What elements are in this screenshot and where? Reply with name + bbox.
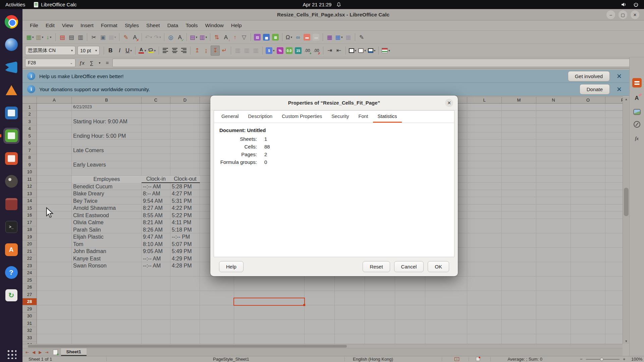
cell-B5[interactable]: Ending Hour: 5:00 PM <box>72 132 142 140</box>
open-button[interactable]: ▥▾ <box>35 32 45 42</box>
undo-button[interactable]: ↶▾ <box>144 32 153 42</box>
column-header-A[interactable]: A <box>37 97 72 104</box>
find-replace-button[interactable]: ◎ <box>166 32 175 42</box>
cell-D17[interactable]: 4:11 PM <box>170 219 200 226</box>
cell-B14[interactable]: Bey Twice <box>72 197 142 205</box>
row-header-28[interactable]: 28 <box>22 298 37 306</box>
row-header-6[interactable]: 6 <box>22 140 37 147</box>
row-header-20[interactable]: 20 <box>22 241 37 248</box>
borders-button[interactable]: ▾ <box>348 46 358 56</box>
increase-indent-button[interactable]: ⇥ <box>325 46 334 56</box>
zoom-out-icon[interactable]: − <box>580 357 583 362</box>
cell-B21[interactable]: John Badman <box>72 248 142 255</box>
cell-D14[interactable]: 5:31 PM <box>170 197 200 205</box>
wrap-text-button[interactable]: ↵ <box>220 46 229 56</box>
row-header-17[interactable]: 17 <box>22 219 37 226</box>
last-sheet-icon[interactable]: ⇥ <box>44 350 50 355</box>
headers-footers-button[interactable]: ▬ <box>312 32 321 42</box>
row-header-21[interactable]: 21 <box>22 248 37 255</box>
cell-B16[interactable]: Clint Eastwood <box>72 212 142 219</box>
page-style[interactable]: PageStyle_Sheet1 <box>213 357 249 362</box>
focused-app[interactable]: LibreOffice Calc <box>34 2 76 7</box>
column-header-N[interactable]: N <box>536 97 571 104</box>
menu-file[interactable]: File <box>26 21 42 29</box>
sort-button[interactable]: ⇅ <box>212 32 221 42</box>
center-vertically-button[interactable]: ↨ <box>202 46 211 56</box>
sidebar-gallery-icon[interactable] <box>633 109 641 115</box>
updater-icon[interactable]: ↻ <box>3 287 19 303</box>
ok-button[interactable]: OK <box>428 261 449 272</box>
vertical-scroll-thumb[interactable] <box>624 188 629 216</box>
row-header-33[interactable]: 33 <box>22 334 37 342</box>
number-button[interactable]: 0.0 <box>285 46 294 56</box>
cell-C15[interactable]: 8:27 AM <box>142 204 170 212</box>
previous-sheet-icon[interactable]: ◀ <box>31 350 36 355</box>
dialog-tab-statistics[interactable]: Statistics <box>373 111 402 123</box>
document-modified-icon[interactable] <box>476 357 480 361</box>
menu-insert[interactable]: Insert <box>77 21 97 29</box>
dialog-tab-security[interactable]: Security <box>327 111 354 123</box>
split-window-button[interactable]: ▦ <box>344 32 353 42</box>
cell-B7[interactable]: Late Comers <box>72 147 142 154</box>
cell-C16[interactable]: 8:55 AM <box>142 212 170 219</box>
selected-cell-outline[interactable] <box>233 298 305 306</box>
activities-button[interactable]: Activities <box>5 2 25 7</box>
column-header-O[interactable]: O <box>571 97 605 104</box>
menu-styles[interactable]: Styles <box>121 21 142 29</box>
special-character-button[interactable]: Ω▾ <box>284 32 293 42</box>
cell-C11[interactable]: Clock-in <box>142 176 170 183</box>
menu-window[interactable]: Window <box>202 21 227 29</box>
sort-descending-button[interactable]: ↑ <box>230 32 239 42</box>
scroll-down-icon[interactable]: ▼ <box>623 339 630 344</box>
freeze-rows-columns-button[interactable]: ▦▾ <box>334 32 344 42</box>
sidebar-properties-icon[interactable] <box>632 78 642 87</box>
column-header-M[interactable]: M <box>502 97 536 104</box>
close-button[interactable]: ✕ <box>631 10 639 19</box>
cell-D19[interactable]: --:-- PM <box>170 233 200 241</box>
help-icon[interactable]: ? <box>3 264 19 281</box>
donate-button[interactable]: Donate <box>580 84 610 95</box>
cell-D21[interactable]: 5:49 PM <box>170 248 200 255</box>
select-all-corner[interactable] <box>22 97 37 104</box>
function-wizard-button[interactable]: ƒx <box>77 60 86 66</box>
cell-B12[interactable]: Benedict Cucum <box>72 183 142 190</box>
clone-formatting-button[interactable]: ✎ <box>121 32 130 42</box>
cancel-button[interactable]: Cancel <box>394 261 424 272</box>
row-header-25[interactable]: 25 <box>22 277 37 284</box>
row-header-3[interactable]: 3 <box>22 118 37 125</box>
show-draw-functions-button[interactable]: ✎ <box>357 32 366 42</box>
cell-C18[interactable]: 8:26 AM <box>142 226 170 234</box>
unmerge-cells-button[interactable]: ▥ <box>251 46 260 56</box>
cell-D15[interactable]: 4:22 PM <box>170 204 200 212</box>
cell-B18[interactable]: Parah Salin <box>72 226 142 234</box>
new-button[interactable]: ▦▾ <box>25 32 35 42</box>
cell-B1[interactable]: 6/21/2023 <box>72 104 142 111</box>
row-header-16[interactable]: 16 <box>22 212 37 219</box>
delete-decimal-button[interactable]: .00✗ <box>312 46 321 56</box>
sheet-tab-sheet1[interactable]: Sheet1 <box>61 348 87 356</box>
row-header-26[interactable]: 26 <box>22 284 37 291</box>
cell-B3[interactable]: Starting Hour: 9:00 AM <box>72 118 142 125</box>
date-button[interactable]: 15 <box>294 46 303 56</box>
copy-button[interactable]: ▣ <box>98 32 107 42</box>
save-button[interactable]: ↓▾ <box>44 32 53 42</box>
print-preview-button[interactable]: ▥ <box>76 32 85 42</box>
cell-D23[interactable]: 4:28 PM <box>170 262 200 269</box>
close-infobar-icon[interactable]: ✕ <box>614 72 625 80</box>
cell-C14[interactable]: 9:54 AM <box>142 197 170 205</box>
next-sheet-icon[interactable]: ▶ <box>38 350 43 355</box>
cell-D11[interactable]: Clock-out <box>170 176 200 183</box>
align-top-button[interactable]: ↥ <box>193 46 202 56</box>
column-header-P[interactable]: P <box>605 97 623 104</box>
horizontal-scroll-thumb[interactable] <box>28 345 347 348</box>
impress-icon[interactable] <box>3 150 19 167</box>
row-header-30[interactable]: 30 <box>22 313 37 320</box>
menu-help[interactable]: Help <box>228 21 245 29</box>
gimp-icon[interactable] <box>3 173 19 189</box>
row-header-4[interactable]: 4 <box>22 125 37 133</box>
hyperlink-button[interactable]: ∞ <box>293 32 303 42</box>
align-center-button[interactable] <box>170 46 179 56</box>
align-right-button[interactable] <box>179 46 188 56</box>
insert-chart-button[interactable]: ▅ <box>262 32 271 42</box>
menu-sheet[interactable]: Sheet <box>143 21 163 29</box>
